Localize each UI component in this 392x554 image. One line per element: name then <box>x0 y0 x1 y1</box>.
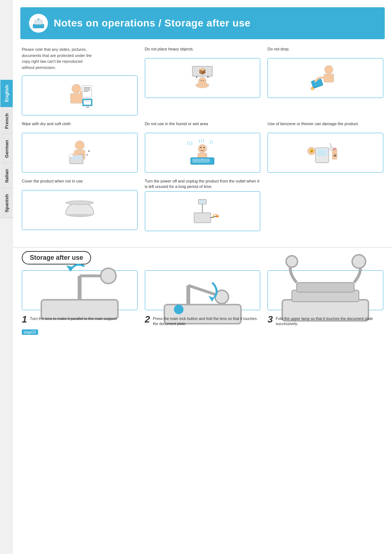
svg-point-24 <box>324 65 333 74</box>
storage-section: Storage after use <box>13 247 392 342</box>
svg-rect-10 <box>83 90 90 90</box>
svg-line-72 <box>188 286 217 295</box>
storage-step-1: 1 Turn the lens to make it parallel to t… <box>22 315 138 327</box>
svg-point-80 <box>286 256 298 267</box>
svg-rect-50 <box>317 149 327 156</box>
svg-point-74 <box>174 304 183 314</box>
sidebar-item-german[interactable]: German <box>0 135 13 163</box>
svg-point-40 <box>198 144 207 153</box>
svg-text:| |: | | <box>210 140 213 144</box>
note-caption-cover: Cover the product when not in use. <box>22 178 138 189</box>
storage-steps: 1 Turn the lens to make it parallel to t… <box>22 315 383 327</box>
page-title: Notes on operations / Storage after use <box>54 17 250 29</box>
sidebar-item-french[interactable]: French <box>0 108 13 134</box>
note-image-protected-doc <box>22 75 138 115</box>
note-image-wet: | | | | | | | | <box>145 133 261 173</box>
svg-point-47 <box>201 159 204 161</box>
note-caption-wet: Do not use in the humid or wet area <box>145 121 261 131</box>
svg-point-46 <box>195 159 197 161</box>
svg-point-30 <box>75 141 84 150</box>
storage-step-2: 2 Press the main lock button and fold th… <box>145 315 261 327</box>
note-item-drop: Do not drop. 💥 ~ ~ <box>268 46 383 98</box>
svg-rect-8 <box>83 87 90 88</box>
svg-point-5 <box>72 84 81 94</box>
svg-text:✧: ✧ <box>86 153 89 157</box>
note-item-heavy: Do not place heavy objects. 📦 ✦ <box>145 46 261 98</box>
note-caption-drop: Do not drop. <box>268 46 383 57</box>
svg-text:😵: 😵 <box>310 149 314 153</box>
notes-section: Please note that any slides, pictures, d… <box>13 39 392 244</box>
step-text-2: Press the main lock button and fold the … <box>153 315 260 327</box>
note-item-cover: Cover the product when not in use. <box>22 178 138 230</box>
step-text-3: Fold the upper lamp so that it touches t… <box>276 315 383 327</box>
note-item-intro: Please note that any slides, pictures, d… <box>22 46 138 115</box>
note-item-unplug: Turn the power off and unplug the produc… <box>145 178 261 231</box>
svg-rect-6 <box>70 93 82 103</box>
svg-rect-11 <box>83 91 88 92</box>
note-caption-heavy: Do not place heavy objects. <box>145 46 261 57</box>
note-item-benzene: Use of benzene or thinner can damage the… <box>268 121 383 173</box>
note-item-wipe: Wipe with dry and soft cloth <box>22 121 138 173</box>
note-image-heavy: 📦 ✦ ✦ <box>145 58 261 98</box>
svg-text:~: ~ <box>331 75 333 78</box>
note-image-cover <box>22 190 138 230</box>
page-number: page15 <box>22 329 38 335</box>
svg-text:☠: ☠ <box>333 153 337 157</box>
svg-rect-43 <box>192 159 209 163</box>
svg-point-19 <box>199 77 207 85</box>
svg-text:✦: ✦ <box>196 75 198 79</box>
svg-rect-14 <box>85 101 90 102</box>
sidebar-item-spanish[interactable]: Spanish <box>0 189 13 218</box>
svg-text:~: ~ <box>334 73 335 76</box>
svg-text:⚡: ⚡ <box>212 214 216 218</box>
page-header: Notes on operations / Storage after use <box>20 7 385 39</box>
note-image-unplug: ⚡ <box>145 191 261 231</box>
svg-rect-9 <box>83 89 90 89</box>
svg-text:| | |: | | | <box>188 141 192 145</box>
storage-image-2 <box>145 270 261 310</box>
step-text-1: Turn the lens to make it parallel to the… <box>30 315 117 321</box>
note-caption-wipe: Wipe with dry and soft cloth <box>22 121 138 131</box>
note-caption-unplug: Turn the power off and unplug the produc… <box>145 178 261 190</box>
note-image-drop: 💥 ~ ~ <box>268 58 383 98</box>
storage-image-1 <box>22 270 138 310</box>
storage-step-3: 3 Fold the upper lamp so that it touches… <box>268 315 383 327</box>
header-icon <box>29 14 48 33</box>
svg-point-44 <box>200 147 202 148</box>
svg-text:✦: ✦ <box>207 75 209 79</box>
svg-text:📦: 📦 <box>199 67 206 75</box>
svg-text:✦: ✦ <box>87 149 90 153</box>
notes-row-1: Please note that any slides, pictures, d… <box>22 46 383 115</box>
storage-image-3 <box>268 270 383 310</box>
svg-rect-34 <box>69 155 73 157</box>
svg-point-45 <box>204 147 205 148</box>
svg-rect-15 <box>86 107 89 108</box>
svg-point-57 <box>66 201 94 205</box>
notes-row-2: Wipe with dry and soft cloth <box>22 121 383 173</box>
notes-row-3: Cover the product when not in use. Turn … <box>22 178 383 231</box>
svg-text:💥: 💥 <box>310 86 315 91</box>
svg-point-48 <box>208 159 211 161</box>
svg-rect-0 <box>33 24 44 28</box>
svg-marker-75 <box>208 296 214 302</box>
svg-rect-2 <box>36 21 41 24</box>
svg-rect-52 <box>333 148 336 150</box>
svg-rect-61 <box>200 200 205 203</box>
step-number-1: 1 <box>22 315 27 324</box>
note-image-wipe: ✧ ✦ <box>22 133 138 173</box>
intro-text: Please note that any slides, pictures, d… <box>22 46 94 70</box>
main-content: Notes on operations / Storage after use … <box>13 0 392 554</box>
sidebar: English French German Italian Spanish <box>0 0 13 554</box>
step-number-2: 2 <box>145 315 150 324</box>
svg-rect-78 <box>297 283 354 292</box>
sidebar-item-italian[interactable]: Italian <box>0 164 13 188</box>
sidebar-item-english[interactable]: English <box>0 80 13 107</box>
svg-point-79 <box>352 255 366 268</box>
note-item-wet: Do not use in the humid or wet area | | … <box>145 121 261 173</box>
note-caption-benzene: Use of benzene or thinner can damage the… <box>268 121 383 131</box>
note-image-benzene: ☠ 😵 <box>268 133 383 173</box>
storage-images <box>22 270 383 310</box>
step-number-3: 3 <box>268 315 273 324</box>
svg-text:| | |: | | | <box>199 139 204 143</box>
svg-point-68 <box>101 268 116 283</box>
